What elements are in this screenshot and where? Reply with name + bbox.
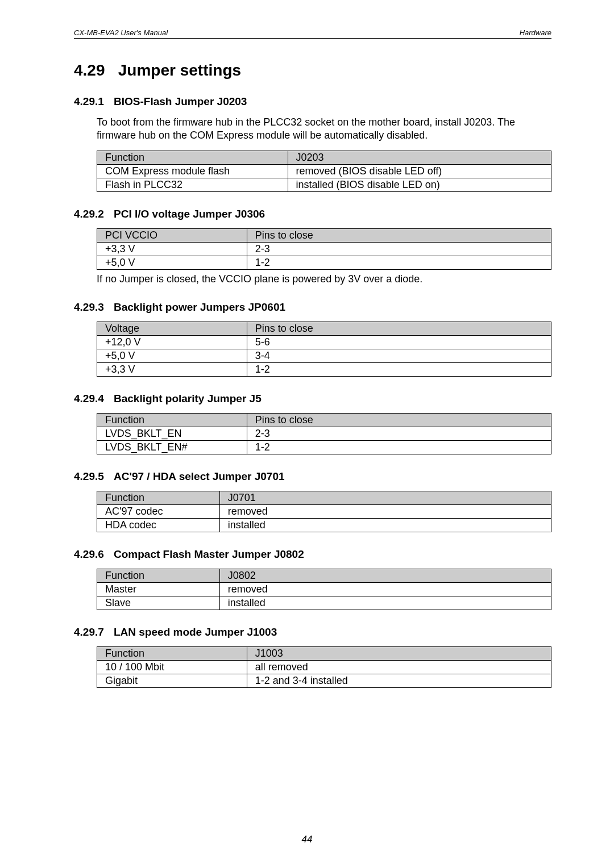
subsection-name: Compact Flash Master Jumper J0802 bbox=[114, 548, 304, 560]
table-cell: +3,3 V bbox=[97, 362, 247, 376]
subsections: 4.29.1BIOS-Flash Jumper J0203To boot fro… bbox=[74, 95, 551, 688]
table-cell: 1-2 bbox=[247, 440, 551, 454]
subsection-name: Backlight power Jumpers JP0601 bbox=[114, 301, 285, 313]
table-cell: LVDS_BKLT_EN bbox=[97, 427, 247, 440]
table-header-cell: Pins to close bbox=[247, 322, 551, 335]
subsection-name: Backlight polarity Jumper J5 bbox=[114, 393, 262, 404]
section-name: Jumper settings bbox=[118, 61, 241, 79]
table-cell: AC'97 codec bbox=[97, 504, 220, 518]
table-header-cell: Function bbox=[97, 413, 247, 427]
table-header-cell: J0701 bbox=[219, 491, 551, 504]
jumper-table: FunctionPins to closeLVDS_BKLT_EN2-3LVDS… bbox=[97, 413, 551, 454]
table-header-cell: Function bbox=[97, 491, 220, 504]
table-header-cell: Function bbox=[97, 569, 220, 582]
subsection-name: BIOS-Flash Jumper J0203 bbox=[114, 95, 247, 107]
page-header: CX-MB-EVA2 User's Manual Hardware bbox=[74, 28, 551, 39]
table-cell: COM Express module flash bbox=[97, 164, 288, 178]
table-row: +3,3 V1-2 bbox=[97, 362, 551, 376]
table-cell: 1-2 bbox=[247, 362, 551, 376]
section-title: 4.29 Jumper settings bbox=[74, 61, 551, 80]
jumper-table: FunctionJ100310 / 100 Mbitall removedGig… bbox=[97, 646, 551, 688]
table-cell: 2-3 bbox=[247, 242, 551, 256]
table-row: +3,3 V2-3 bbox=[97, 242, 551, 256]
table-cell: removed bbox=[219, 504, 551, 518]
table-row: LVDS_BKLT_EN#1-2 bbox=[97, 440, 551, 454]
table-row: AC'97 codecremoved bbox=[97, 504, 551, 518]
subsection-number: 4.29.5 bbox=[74, 470, 114, 483]
table-header-cell: J0802 bbox=[219, 569, 551, 582]
page-number: 44 bbox=[0, 834, 614, 845]
subsection-title: 4.29.4Backlight polarity Jumper J5 bbox=[74, 393, 551, 405]
table-header-cell: PCI VCCIO bbox=[97, 228, 247, 242]
subsection-note: If no Jumper is closed, the VCCIO plane … bbox=[97, 273, 551, 285]
table-row: Flash in PLCC32installed (BIOS disable L… bbox=[97, 178, 551, 191]
subsection-number: 4.29.7 bbox=[74, 626, 114, 639]
subsection-number: 4.29.1 bbox=[74, 95, 114, 108]
subsection-number: 4.29.2 bbox=[74, 208, 114, 220]
chapter-name: Hardware bbox=[520, 28, 551, 37]
subsection-title: 4.29.2PCI I/O voltage Jumper J0306 bbox=[74, 208, 551, 220]
subsection-title: 4.29.3Backlight power Jumpers JP0601 bbox=[74, 301, 551, 314]
jumper-table: FunctionJ0701AC'97 codecremovedHDA codec… bbox=[97, 491, 551, 532]
table-cell: 1-2 bbox=[247, 256, 551, 269]
doc-title: CX-MB-EVA2 User's Manual bbox=[74, 28, 168, 37]
subsection-name: LAN speed mode Jumper J1003 bbox=[114, 626, 277, 638]
subsection-number: 4.29.6 bbox=[74, 548, 114, 561]
table-row: HDA codecinstalled bbox=[97, 518, 551, 532]
table-row: 10 / 100 Mbitall removed bbox=[97, 660, 551, 674]
table-row: Gigabit1-2 and 3-4 installed bbox=[97, 674, 551, 687]
table-cell: 3-4 bbox=[247, 349, 551, 362]
table-cell: LVDS_BKLT_EN# bbox=[97, 440, 247, 454]
table-cell: HDA codec bbox=[97, 518, 220, 532]
table-cell: 2-3 bbox=[247, 427, 551, 440]
table-header-cell: Voltage bbox=[97, 322, 247, 335]
table-cell: 10 / 100 Mbit bbox=[97, 660, 247, 674]
table-cell: Slave bbox=[97, 596, 220, 610]
section-number: 4.29 bbox=[74, 61, 114, 80]
table-cell: all removed bbox=[247, 660, 551, 674]
subsection-title: 4.29.1BIOS-Flash Jumper J0203 bbox=[74, 95, 551, 108]
table-cell: +12,0 V bbox=[97, 335, 247, 349]
jumper-table: FunctionJ0203COM Express module flashrem… bbox=[97, 151, 551, 192]
table-cell: Gigabit bbox=[97, 674, 247, 687]
table-row: +12,0 V5-6 bbox=[97, 335, 551, 349]
table-cell: 5-6 bbox=[247, 335, 551, 349]
jumper-table: VoltagePins to close+12,0 V5-6+5,0 V3-4+… bbox=[97, 322, 551, 377]
jumper-table: PCI VCCIOPins to close+3,3 V2-3+5,0 V1-2 bbox=[97, 228, 551, 270]
table-cell: installed bbox=[219, 596, 551, 610]
table-cell: removed (BIOS disable LED off) bbox=[288, 164, 551, 178]
table-header-cell: Pins to close bbox=[247, 413, 551, 427]
table-header-cell: Function bbox=[97, 151, 288, 164]
page: CX-MB-EVA2 User's Manual Hardware 4.29 J… bbox=[0, 0, 614, 868]
table-cell: installed (BIOS disable LED on) bbox=[288, 178, 551, 191]
table-cell: removed bbox=[219, 582, 551, 596]
table-header-cell: Pins to close bbox=[247, 228, 551, 242]
table-cell: installed bbox=[219, 518, 551, 532]
subsection-title: 4.29.5AC'97 / HDA select Jumper J0701 bbox=[74, 470, 551, 483]
table-cell: +3,3 V bbox=[97, 242, 247, 256]
subsection-paragraph: To boot from the firmware hub in the PLC… bbox=[97, 116, 551, 143]
subsection-title: 4.29.7LAN speed mode Jumper J1003 bbox=[74, 626, 551, 639]
jumper-table: FunctionJ0802MasterremovedSlaveinstalled bbox=[97, 569, 551, 610]
subsection-number: 4.29.4 bbox=[74, 393, 114, 405]
table-row: COM Express module flashremoved (BIOS di… bbox=[97, 164, 551, 178]
table-cell: Flash in PLCC32 bbox=[97, 178, 288, 191]
subsection-name: PCI I/O voltage Jumper J0306 bbox=[114, 208, 265, 220]
table-header-cell: Function bbox=[97, 646, 247, 660]
subsection-title: 4.29.6Compact Flash Master Jumper J0802 bbox=[74, 548, 551, 561]
table-cell: 1-2 and 3-4 installed bbox=[247, 674, 551, 687]
table-row: +5,0 V1-2 bbox=[97, 256, 551, 269]
table-cell: Master bbox=[97, 582, 220, 596]
table-cell: +5,0 V bbox=[97, 256, 247, 269]
subsection-number: 4.29.3 bbox=[74, 301, 114, 314]
table-header-cell: J1003 bbox=[247, 646, 551, 660]
table-header-cell: J0203 bbox=[288, 151, 551, 164]
subsection-name: AC'97 / HDA select Jumper J0701 bbox=[114, 470, 285, 482]
table-row: Slaveinstalled bbox=[97, 596, 551, 610]
table-cell: +5,0 V bbox=[97, 349, 247, 362]
table-row: +5,0 V3-4 bbox=[97, 349, 551, 362]
table-row: LVDS_BKLT_EN2-3 bbox=[97, 427, 551, 440]
table-row: Masterremoved bbox=[97, 582, 551, 596]
